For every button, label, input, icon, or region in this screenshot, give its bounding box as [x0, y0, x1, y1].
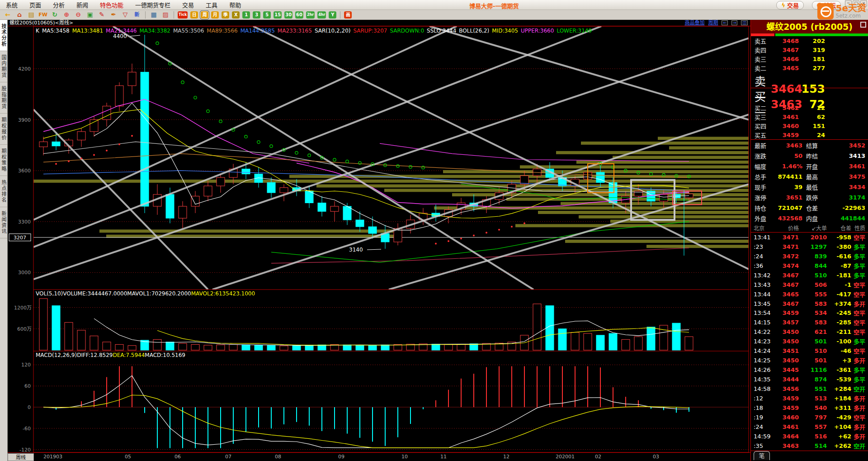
- panel-maximize-icon[interactable]: [860, 22, 866, 28]
- menu-一德期货专栏[interactable]: 一德期货专栏: [129, 1, 176, 10]
- link-周期[interactable]: 周期: [708, 20, 718, 26]
- zoom-in-icon[interactable]: ⊕: [61, 10, 71, 19]
- svg-text:1200万: 1200万: [14, 305, 32, 311]
- period-周[interactable]: 周: [201, 11, 208, 19]
- period-1[interactable]: 1: [242, 11, 250, 19]
- tick-row: 14:583456551+284空开: [751, 384, 868, 394]
- book-row-卖二[interactable]: 卖二3465277: [751, 63, 868, 72]
- quote-grid-icon[interactable]: ▦: [149, 10, 159, 19]
- draw-button[interactable]: 画: [344, 11, 352, 19]
- chart-icon[interactable]: ▨: [160, 10, 170, 19]
- period-15[interactable]: 15: [274, 11, 282, 19]
- book-row-买二[interactable]: 买二346222: [751, 103, 868, 112]
- sidebar-tab-新闻资讯[interactable]: 新闻资讯: [0, 207, 7, 238]
- period-Y[interactable]: Y: [329, 11, 336, 19]
- lightning-icon: ϟ: [781, 2, 785, 9]
- tick-row: 13:443465555-417空平: [751, 290, 868, 299]
- menu-新闻[interactable]: 新闻: [71, 1, 94, 10]
- tick-row: 13:543459534-245空平: [751, 309, 868, 318]
- period-2hr[interactable]: 2hr: [306, 11, 315, 19]
- tick-row: 14:243451510-46空平: [751, 346, 868, 356]
- period-30[interactable]: 30: [284, 11, 292, 19]
- fw-icon[interactable]: FW: [38, 10, 48, 19]
- svg-text:3207: 3207: [14, 235, 26, 241]
- period-季[interactable]: 季: [222, 11, 229, 19]
- svg-text:3600: 3600: [18, 168, 31, 174]
- zoom-out-icon[interactable]: ⊖: [73, 10, 83, 19]
- new-icon[interactable]: 新: [132, 10, 142, 19]
- svg-text:0: 0: [28, 404, 31, 410]
- sidebar-tab-股指期货[interactable]: 股指期货: [0, 82, 7, 114]
- period-4hr[interactable]: 4hr: [317, 11, 326, 19]
- tick-row: :363474844-87多平: [751, 261, 868, 271]
- back-icon[interactable]: ←: [3, 10, 13, 19]
- refresh-icon[interactable]: ↻: [50, 10, 60, 19]
- period-3[interactable]: 3: [253, 11, 260, 19]
- link-商品叠加[interactable]: 商品叠加: [684, 20, 704, 26]
- menu-分析[interactable]: 分析: [47, 1, 71, 10]
- filter-icon[interactable]: ▽: [120, 10, 130, 19]
- chart-title: 螺纹2005(010605)<周线>: [9, 20, 73, 26]
- menu-特色功能[interactable]: 特色功能: [94, 1, 129, 10]
- kline-chart[interactable]: 420039003600330030001200万600万120600-60-1…: [8, 26, 750, 452]
- book-row-卖五[interactable]: 卖五3468202: [751, 36, 868, 45]
- period-label: 周线: [8, 453, 34, 461]
- tick-row: :243472839-616多平: [751, 252, 868, 261]
- period-月[interactable]: 月: [211, 11, 219, 19]
- tick-row: 14:353444874-539多平: [751, 375, 868, 384]
- overlay-icon[interactable]: ▣: [85, 10, 95, 19]
- svg-text:3140: 3140: [349, 247, 363, 253]
- prev-contract-icon[interactable]: ←: [722, 20, 728, 25]
- book-row-买五[interactable]: 买五345924: [751, 130, 868, 139]
- menu-工具[interactable]: 工具: [200, 1, 223, 10]
- tab-tick-detail[interactable]: 笔: [754, 451, 770, 460]
- trade-button[interactable]: ϟ 交易: [776, 1, 804, 10]
- period-5[interactable]: 5: [263, 11, 271, 19]
- tick-table: 13:4134712010-958空平:2334711297-380多平:243…: [751, 233, 868, 451]
- draw-pencil-icon[interactable]: ✎: [97, 10, 107, 19]
- book-row-卖一[interactable]: 卖一3464153: [751, 72, 868, 88]
- macd-lines: [43, 375, 689, 447]
- month-label: 09: [338, 454, 344, 460]
- tick-row: 14:253450501+3多开: [751, 356, 868, 365]
- quote-info: 最新3463结算3452涨跌50昨结3413幅度1.46%开盘3461总手874…: [751, 140, 868, 223]
- menu-交易[interactable]: 交易: [176, 1, 200, 10]
- svg-text:-60: -60: [23, 426, 31, 432]
- period-60[interactable]: 60: [295, 11, 303, 19]
- sidebar-tab-国内期货[interactable]: 国内期货: [0, 51, 7, 82]
- svg-text:120: 120: [21, 362, 31, 368]
- sidebar-tab-热点排名[interactable]: 热点排名: [0, 176, 7, 207]
- sidebar-tab-期权报价[interactable]: 期权报价: [0, 114, 7, 145]
- tick-row: :353463514+262空开: [751, 441, 868, 451]
- tick-row: :183459540+311多开: [751, 403, 868, 413]
- logo-icon: [817, 3, 834, 19]
- pages-icon[interactable]: ▤: [26, 10, 36, 19]
- home-icon[interactable]: ⌂: [14, 10, 24, 19]
- svg-text:3900: 3900: [18, 117, 31, 123]
- book-row-卖四[interactable]: 卖四3467319: [751, 45, 868, 54]
- menu-帮助[interactable]: 帮助: [223, 1, 247, 10]
- period-Tick[interactable]: Tick: [178, 11, 188, 19]
- sidebar-tab-期权策略[interactable]: 期权策略: [0, 145, 7, 176]
- period-日[interactable]: 日: [190, 11, 198, 19]
- tick-row: :243461557+104多开: [751, 422, 868, 432]
- 5etz-watermark-logo: 5e天资 5etz.com: [817, 3, 866, 19]
- menu-系统[interactable]: 系统: [0, 1, 24, 10]
- tick-table-header: 北京价格↙大单仓差性质: [751, 223, 868, 233]
- sidebar-tab-技术分析[interactable]: 技术分析: [0, 20, 7, 51]
- book-row-卖三[interactable]: 卖三3466181: [751, 54, 868, 63]
- gridlines: 420039003600330030001200万600万120600-60-1…: [14, 66, 749, 452]
- tick-row: 13:453467583+374多开: [751, 299, 868, 309]
- price-annotations: 44003140: [113, 33, 381, 253]
- tick-row: 14:2634451116-361多平: [751, 365, 868, 375]
- paint-icon[interactable]: ✒: [108, 10, 118, 19]
- left-sidebar: 技术分析国内期货股指期货期权报价期权策略热点排名新闻资讯: [0, 20, 8, 461]
- period-X[interactable]: X: [232, 11, 240, 19]
- book-row-买三[interactable]: 买三346162: [751, 112, 868, 121]
- book-row-买四[interactable]: 买四3460151: [751, 121, 868, 130]
- menu-页面[interactable]: 页面: [24, 1, 47, 10]
- month-label: 202001: [556, 454, 575, 460]
- split-view-icon[interactable]: ◫: [741, 20, 748, 25]
- info-row-总手: 总手874411最高3475: [751, 171, 868, 182]
- next-contract-icon[interactable]: →: [731, 20, 738, 25]
